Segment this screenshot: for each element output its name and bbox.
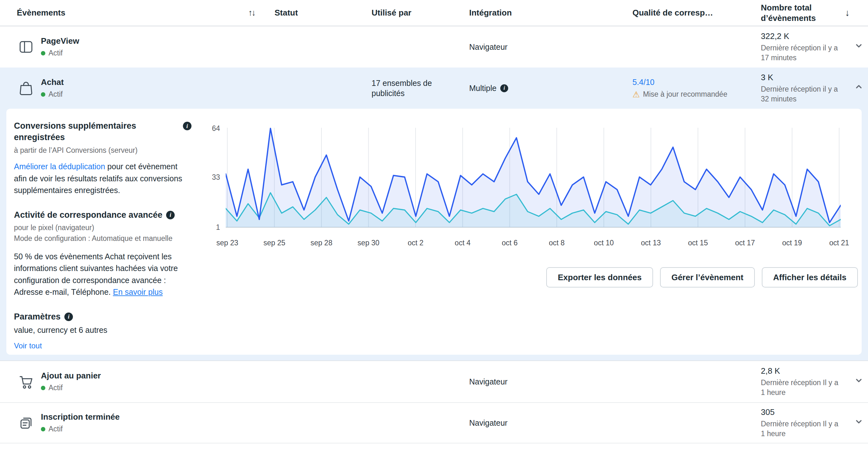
total-events-cell: 322,2 K Dernière réception il y a 17 min… <box>761 31 849 63</box>
x-tick-label: oct 6 <box>502 238 518 248</box>
table-row-ajout-panier[interactable]: Ajout au panier Actif Navigateur 2,8 K D… <box>0 361 868 402</box>
col-header-events: Évènements <box>17 8 65 18</box>
col-header-total: Nombre total d’évènements <box>761 3 839 23</box>
export-data-button[interactable]: Exporter les données <box>546 267 653 288</box>
achat-expanded-section: Conversions supplémentaires enregistrées… <box>0 109 868 361</box>
events-line-chart: 64331 sep 23sep 25sep 28sep 30oct 2oct 4… <box>226 128 841 228</box>
see-all-link[interactable]: Voir tout <box>14 342 42 350</box>
event-status: Actif <box>41 49 79 58</box>
x-tick-label: oct 13 <box>641 238 661 248</box>
table-row-achat[interactable]: Achat Actif 17 ensembles de publicités M… <box>0 67 868 109</box>
match-quality-note: ⚠ Mise à jour recommandée <box>632 90 752 99</box>
col-header-used-by: Utilisé par <box>372 8 469 18</box>
x-tick-label: sep 25 <box>264 238 285 248</box>
event-name: Ajout au panier <box>41 370 101 381</box>
dedup-text: Améliorer la déduplication pour cet évèn… <box>14 161 191 196</box>
pageview-icon <box>17 38 35 56</box>
x-tick-label: sep 23 <box>216 238 238 248</box>
integration-value: Multiple <box>469 83 496 94</box>
active-dot <box>41 92 45 97</box>
detail-left-column: Conversions supplémentaires enregistrées… <box>14 120 191 350</box>
active-dot <box>41 427 45 431</box>
chart-plot-area <box>226 128 841 228</box>
total-events-cell: 2,8 K Dernière réception Il y a 1 heure <box>761 366 849 397</box>
total-events-cell: 3 K Dernière réception il y a 32 minutes <box>761 72 849 104</box>
active-dot <box>41 386 45 390</box>
active-dot <box>41 51 45 56</box>
event-name: Achat <box>41 77 64 88</box>
achat-detail-panel: Conversions supplémentaires enregistrées… <box>6 109 862 355</box>
chevron-down-icon[interactable] <box>854 41 864 53</box>
x-tick-label: oct 21 <box>829 238 849 248</box>
info-icon[interactable]: i <box>183 122 191 130</box>
matching-text: 50 % de vos évènements Achat reçoivent l… <box>14 251 191 298</box>
chart-y-axis: 64331 <box>201 128 220 228</box>
col-header-integration: Intégration <box>469 8 632 18</box>
info-icon[interactable]: i <box>500 84 508 92</box>
purchase-bag-icon <box>17 79 35 97</box>
x-tick-label: oct 2 <box>408 238 424 248</box>
integration-value: Navigateur <box>469 418 632 428</box>
integration-value: Navigateur <box>469 42 632 52</box>
sort-desc-icon[interactable]: ↓ <box>845 7 850 19</box>
x-tick-label: oct 10 <box>594 238 614 248</box>
x-tick-label: oct 15 <box>688 238 708 248</box>
params-text: value, currency et 6 autres <box>14 324 191 336</box>
chevron-up-icon[interactable] <box>854 82 864 94</box>
x-tick-label: sep 28 <box>310 238 332 248</box>
x-tick-label: sep 30 <box>358 238 379 248</box>
event-status: Actif <box>41 424 120 434</box>
x-tick-label: oct 4 <box>455 238 470 248</box>
event-status: Actif <box>41 90 64 99</box>
total-events-cell: 305 Dernière réception Il y a 1 heure <box>761 407 849 439</box>
col-header-statut: Statut <box>275 8 372 18</box>
detail-actions: Exporter les données Gérer l’évènement A… <box>546 267 858 288</box>
dedup-subtitle: à partir de l’API Conversions (serveur) <box>14 145 191 156</box>
params-title: Paramètres <box>14 311 61 322</box>
x-tick-label: oct 17 <box>735 238 755 248</box>
y-tick-label: 1 <box>201 223 220 232</box>
cart-icon <box>17 373 35 391</box>
col-header-quality: Qualité de corresp… <box>632 8 761 18</box>
info-icon[interactable]: i <box>64 313 73 321</box>
warning-icon: ⚠ <box>632 90 640 99</box>
show-details-button[interactable]: Afficher les détails <box>762 267 858 288</box>
chart-x-axis: sep 23sep 25sep 28sep 30oct 2oct 4oct 6o… <box>226 238 841 248</box>
advanced-matching-title: Activité de correspondance avancée <box>14 209 162 221</box>
integration-value: Navigateur <box>469 377 632 387</box>
chevron-down-icon[interactable] <box>854 376 864 388</box>
table-header: Évènements ↑↓ Statut Utilisé par Intégra… <box>0 0 868 26</box>
matching-subtitle1: pour le pixel (navigateur) <box>14 223 191 233</box>
manage-event-button[interactable]: Gérer l’évènement <box>660 267 755 288</box>
event-name: Inscription terminée <box>41 412 120 422</box>
learn-more-link[interactable]: En savoir plus <box>113 288 163 296</box>
info-icon[interactable]: i <box>166 211 175 219</box>
y-tick-label: 64 <box>201 124 220 133</box>
y-tick-label: 33 <box>201 173 220 182</box>
event-status: Actif <box>41 383 101 393</box>
match-quality-score[interactable]: 5.4/10 <box>632 77 752 88</box>
form-icon <box>17 414 35 432</box>
x-tick-label: oct 19 <box>782 238 802 248</box>
x-tick-label: oct 8 <box>549 238 565 248</box>
event-name: PageView <box>41 36 79 46</box>
used-by-value: 17 ensembles de publicités <box>372 78 469 99</box>
sort-icon[interactable]: ↑↓ <box>248 8 255 18</box>
matching-subtitle2: Mode de configuration : Automatique et m… <box>14 233 191 244</box>
chevron-down-icon[interactable] <box>854 417 864 429</box>
dedup-title: Conversions supplémentaires enregistrées <box>14 120 163 143</box>
events-manager-table: Évènements ↑↓ Statut Utilisé par Intégra… <box>0 0 868 452</box>
table-row-pageview[interactable]: PageView Actif Navigateur 322,2 K Derniè… <box>0 26 868 67</box>
table-row-inscription[interactable]: Inscription terminée Actif Navigateur 30… <box>0 402 868 444</box>
improve-dedup-link[interactable]: Améliorer la déduplication <box>14 162 105 171</box>
